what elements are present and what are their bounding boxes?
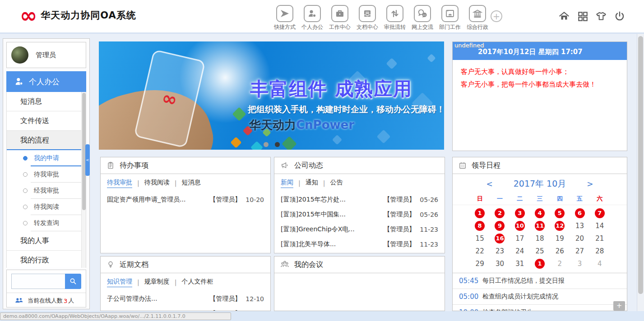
calendar-day[interactable]: 17 <box>510 232 530 245</box>
nav-item-online-chat[interactable]: 网上交流 <box>410 5 435 31</box>
calendar-day[interactable]: 3 <box>510 207 530 220</box>
panel-tab[interactable]: 通知 <box>306 179 318 188</box>
nav-item-department-work[interactable]: 部门工作 <box>438 5 462 31</box>
calendar-day[interactable]: 8 <box>470 220 490 232</box>
calendar-day[interactable]: 30 <box>490 257 510 270</box>
calendar-next-button[interactable]: > <box>587 179 593 188</box>
calendar-day[interactable]: 27 <box>570 245 589 257</box>
sidebar-collapse-handle[interactable]: < <box>85 144 90 176</box>
carousel-dot[interactable] <box>275 142 280 147</box>
item-date: 12-10 <box>246 295 264 303</box>
calendar-day[interactable]: 4 <box>590 257 610 270</box>
calendar-day[interactable]: 10 <box>510 220 530 232</box>
sidebar-section-personal-office[interactable]: 个人办公 <box>6 71 86 92</box>
panel-tab[interactable]: 公告 <box>330 179 343 188</box>
item-title[interactable]: 子公司管理办法... <box>107 295 206 303</box>
sidebar-item-short-message[interactable]: 短消息 <box>7 92 81 111</box>
nav-item-general-admin[interactable]: 综合行政 <box>465 5 490 31</box>
item-title[interactable]: 固定资产领用申请_管理员... <box>107 196 206 204</box>
schedule-event[interactable]: 05:00 检查组内成员计划完成情况 <box>453 289 627 305</box>
calendar-day[interactable]: 20 <box>570 232 589 245</box>
nav-item-work-center[interactable]: 工作中心 <box>328 5 352 31</box>
schedule-event[interactable]: 05:45 每日工作情况总结，提交日报 <box>453 273 627 289</box>
nav-item-quick-access[interactable]: 快捷方式 <box>273 5 297 31</box>
nav-item-personal-office[interactable]: 个人办公 <box>300 5 324 31</box>
calendar-day[interactable]: 24 <box>510 245 530 257</box>
calendar-day[interactable]: 9 <box>490 220 510 232</box>
calendar-day[interactable]: 1 <box>530 257 550 270</box>
sidebar-item-my-hr[interactable]: 我的人事 <box>7 231 81 251</box>
schedule-event[interactable]: 10:00 检查各部门的卫生 <box>453 305 627 311</box>
panel-tab[interactable]: 个人文件柜 <box>181 278 213 287</box>
item-title[interactable]: [置顶]2015年芯片处... <box>281 196 380 204</box>
panel-tab[interactable]: 知识管理 <box>107 278 132 287</box>
calendar-day[interactable]: 16 <box>490 232 510 245</box>
home-icon[interactable] <box>558 10 570 22</box>
calendar-day[interactable]: 2 <box>550 257 570 270</box>
news-item[interactable]: [置顶]GreenChip令X电... 【管理员】 11-23 <box>274 222 445 237</box>
panel-tab[interactable]: 待我阅读 <box>144 179 170 188</box>
doc-item[interactable]: ... 【管理员】 09-09 <box>101 306 270 311</box>
add-nav-shortcut-button[interactable]: + <box>491 10 502 22</box>
calendar-day[interactable]: 15 <box>470 232 490 245</box>
panel-tab[interactable]: 待我审批 <box>107 179 132 188</box>
carousel-dot[interactable] <box>264 142 269 147</box>
doc-item[interactable]: 子公司管理办法... 【管理员】 12-10 <box>101 291 270 306</box>
todo-item[interactable]: 固定资产领用申请_管理员... 【管理员】 10-20 <box>101 192 270 207</box>
calendar-day[interactable]: 1 <box>470 207 490 220</box>
sidebar-subitem-forward-query[interactable]: 转发查询 <box>7 215 81 231</box>
calendar-day[interactable]: 25 <box>530 245 550 257</box>
sidebar-subitem-pending-my-approval[interactable]: 待我审批 <box>7 166 81 183</box>
calendar-day[interactable]: 12 <box>550 220 570 232</box>
sidebar-scrollbar[interactable] <box>81 92 86 268</box>
sidebar-subitem-approved-by-me[interactable]: 经我审批 <box>7 183 81 199</box>
calendar-day[interactable]: 6 <box>570 207 589 220</box>
sidebar-subitem-my-applications[interactable]: 我的申请 <box>7 150 81 166</box>
calendar-day[interactable]: 5 <box>550 207 570 220</box>
search-input[interactable] <box>11 274 65 289</box>
news-item[interactable]: [置顶]2015年中国集... 【管理员】 05-26 <box>274 207 445 222</box>
power-icon[interactable] <box>614 10 625 22</box>
event-text: 每日工作情况总结，提交日报 <box>482 277 565 285</box>
item-title[interactable]: [置顶]北美半导体... <box>281 240 380 248</box>
add-schedule-button[interactable]: + <box>613 301 625 311</box>
page-scrollbar-thumb[interactable] <box>638 36 643 294</box>
sidebar-item-file-transfer[interactable]: 文件传送 <box>7 111 81 131</box>
calendar-day[interactable]: 11 <box>530 220 550 232</box>
carousel-banner[interactable]: ∞ 丰富组件 成熟应用 把组织装入手机，构建时时企业，移动办公无障碍！ 华天动力… <box>99 41 444 150</box>
sidebar-item-my-workflow[interactable]: 我的流程 <box>7 131 81 150</box>
calendar-day[interactable]: 14 <box>590 220 610 232</box>
calendar-day[interactable]: 28 <box>590 245 610 257</box>
calendar-prev-button[interactable]: < <box>486 179 492 188</box>
calendar-day[interactable]: 21 <box>590 232 610 245</box>
theme-shirt-icon[interactable] <box>595 10 607 22</box>
apps-grid-icon[interactable] <box>577 10 588 22</box>
news-item[interactable]: [置顶]北美半导体... 【管理员】 11-23 <box>274 237 445 252</box>
calendar-day[interactable]: 23 <box>490 245 510 257</box>
calendar-day[interactable]: 2 <box>490 207 510 220</box>
calendar-day[interactable]: 3 <box>570 257 589 270</box>
item-title[interactable]: [置顶]2015年中国集... <box>281 211 380 219</box>
sidebar-subitem-pending-my-reading[interactable]: 待我阅读 <box>7 199 81 215</box>
panel-tab[interactable]: 规章制度 <box>144 278 170 287</box>
calendar-day[interactable]: 4 <box>530 207 550 220</box>
search-button[interactable] <box>65 274 81 289</box>
page-scrollbar[interactable] <box>637 34 644 311</box>
item-author: 【管理员】 <box>384 211 415 219</box>
nav-item-document-center[interactable]: 文档中心 <box>355 5 380 31</box>
calendar-day[interactable]: 19 <box>550 232 570 245</box>
user-avatar[interactable] <box>11 46 28 64</box>
item-title[interactable]: [置顶]GreenChip令X电... <box>281 225 380 234</box>
calendar-day[interactable]: 26 <box>550 245 570 257</box>
calendar-day[interactable]: 31 <box>510 257 530 270</box>
calendar-day[interactable]: 18 <box>530 232 550 245</box>
calendar-day[interactable]: 7 <box>590 207 610 220</box>
news-item[interactable]: [置顶]2015年芯片处... 【管理员】 05-26 <box>274 192 445 207</box>
calendar-day[interactable]: 13 <box>570 220 589 232</box>
panel-tab[interactable]: 新闻 <box>281 179 293 188</box>
panel-tab[interactable]: 短消息 <box>181 179 200 188</box>
calendar-day[interactable]: 22 <box>470 245 490 257</box>
calendar-day[interactable]: 29 <box>470 257 490 270</box>
sidebar-item-my-admin[interactable]: 我的行政 <box>7 251 81 270</box>
nav-item-approval-flow[interactable]: 审批流转 <box>383 5 407 31</box>
